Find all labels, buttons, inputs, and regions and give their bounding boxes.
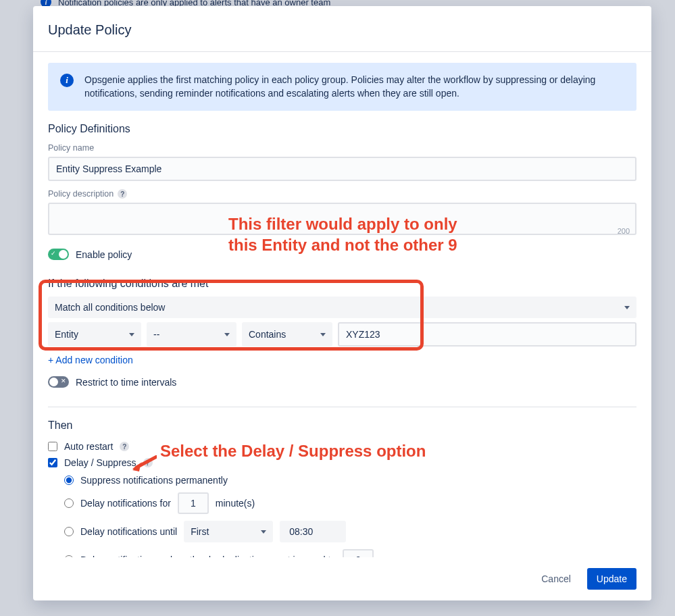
policy-description-input[interactable] (48, 203, 636, 235)
restrict-toggle[interactable] (48, 376, 69, 388)
help-icon[interactable]: ? (118, 189, 127, 199)
delay-suppress-row: Delay / Suppress ? (48, 457, 636, 468)
chevron-down-icon (320, 333, 326, 336)
auto-restart-checkbox[interactable] (48, 442, 57, 451)
condition-operator-select[interactable]: Contains (242, 322, 332, 346)
delay-until-time[interactable]: 08:30 (280, 521, 346, 542)
info-banner-text: Opsgenie applies the first matching poli… (84, 74, 624, 100)
auto-restart-label: Auto restart (64, 441, 113, 452)
delay-until-label: Delay notifications until (80, 526, 177, 537)
help-icon[interactable]: ? (143, 458, 153, 467)
restrict-row: Restrict to time intervals (48, 376, 636, 388)
condition-value-input[interactable] (338, 322, 636, 346)
info-icon: i (60, 74, 74, 87)
delay-until-radio-row: Delay notifications until First 08:30 (64, 521, 636, 542)
modal-body: i Opsgenie applies the first matching po… (33, 52, 651, 557)
restrict-label: Restrict to time intervals (76, 377, 176, 388)
suppress-radio-label: Suppress notifications permanently (80, 475, 228, 486)
cancel-button[interactable]: Cancel (532, 568, 580, 590)
delay-for-radio[interactable] (64, 498, 74, 508)
chevron-down-icon (624, 306, 630, 309)
update-button[interactable]: Update (587, 568, 636, 590)
delay-for-radio-row: Delay notifications for minute(s) (64, 492, 636, 514)
modal-title: Update Policy (48, 22, 636, 38)
modal-header: Update Policy (33, 6, 651, 52)
condition-row: Entity -- Contains (48, 322, 636, 346)
delay-for-label: Delay notifications for (80, 498, 171, 509)
update-policy-modal: Update Policy i Opsgenie applies the fir… (33, 6, 651, 600)
policy-description-label: Policy description ? (48, 189, 636, 199)
suppress-radio-row: Suppress notifications permanently (64, 475, 636, 486)
enable-policy-toggle[interactable] (48, 249, 69, 260)
delay-for-unit: minute(s) (216, 498, 255, 509)
delay-suppress-checkbox[interactable] (48, 458, 57, 467)
chevron-down-icon (261, 530, 266, 534)
condition-field-select[interactable]: Entity (48, 322, 141, 346)
dedup-radio-row: Delay notifications unless the de-duplic… (64, 549, 636, 557)
match-type-select[interactable]: Match all conditions below (48, 297, 636, 318)
chevron-down-icon (129, 333, 134, 336)
delay-until-radio[interactable] (64, 527, 74, 536)
enable-policy-row: Enable policy (48, 249, 636, 260)
delay-until-select[interactable]: First (184, 521, 273, 542)
delay-for-input[interactable] (178, 492, 209, 514)
section-divider (48, 407, 636, 407)
condition-not-select[interactable]: -- (147, 322, 236, 346)
add-condition-link[interactable]: + Add new condition (48, 355, 636, 365)
delay-suppress-label: Delay / Suppress (64, 457, 136, 468)
policy-name-input[interactable] (48, 157, 636, 181)
auto-restart-row: Auto restart ? (48, 441, 636, 452)
policy-definitions-heading: Policy Definitions (48, 123, 636, 135)
enable-policy-label: Enable policy (76, 249, 132, 260)
policy-name-label: Policy name (48, 143, 636, 153)
conditions-block: Match all conditions below Entity -- Con… (48, 297, 636, 346)
conditions-heading: If the following conditions are met (48, 278, 636, 290)
help-icon[interactable]: ? (120, 442, 129, 451)
then-heading: Then (48, 419, 636, 432)
info-banner: i Opsgenie applies the first matching po… (48, 63, 636, 111)
chevron-down-icon (224, 333, 230, 336)
char-count: 200 (618, 227, 630, 235)
suppress-radio[interactable] (64, 476, 74, 485)
modal-footer: Cancel Update (33, 557, 651, 600)
dedup-input[interactable] (343, 549, 374, 557)
